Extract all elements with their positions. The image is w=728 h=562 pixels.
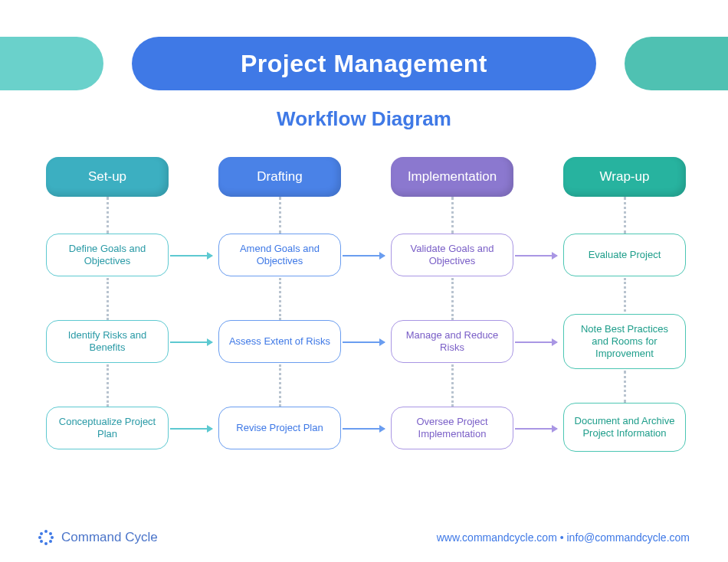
subtitle: Workflow Diagram: [0, 107, 728, 131]
step-label: Oversee Project Implementation: [401, 416, 503, 441]
vdot: [451, 197, 454, 234]
footer-website: www.commandcycle.com: [437, 531, 557, 544]
arrow: [170, 255, 212, 256]
step-impl-r3: Oversee Project Implementation: [391, 407, 513, 449]
step-label: Document and Archive Project Information: [573, 415, 676, 440]
brand: Command Cycle: [38, 530, 158, 545]
stage-label: Wrap-up: [600, 169, 650, 185]
header-title-pill: Project Management: [132, 37, 596, 90]
header-accent-left: [0, 37, 103, 90]
step-draft-r2: Assess Extent of Risks: [218, 320, 341, 363]
step-label: Evaluate Project: [589, 249, 661, 261]
vdot: [451, 278, 454, 320]
vdot: [279, 364, 281, 407]
step-wrap-r3: Document and Archive Project Information: [563, 403, 686, 452]
arrow: [343, 428, 385, 430]
step-wrap-r2: Note Best Practices and Rooms for Improv…: [563, 314, 686, 369]
header-accent-right: [625, 37, 728, 90]
step-label: Define Goals and Objectives: [56, 243, 159, 268]
brand-logo-icon: [38, 530, 54, 545]
vdot: [279, 197, 281, 234]
arrow: [515, 341, 557, 343]
step-wrap-r1: Evaluate Project: [563, 234, 686, 276]
step-setup-r1: Define Goals and Objectives: [46, 234, 169, 276]
arrow: [343, 255, 385, 256]
main-title: Project Management: [241, 50, 487, 78]
vdot: [279, 278, 281, 320]
step-label: Manage and Reduce Risks: [401, 329, 503, 355]
footer-sep: •: [557, 531, 567, 544]
vdot: [107, 197, 109, 234]
arrow: [170, 428, 212, 430]
arrow: [515, 255, 557, 256]
stage-head-drafting: Drafting: [218, 157, 341, 197]
vdot: [451, 364, 454, 407]
step-label: Revise Project Plan: [236, 422, 323, 434]
footer-contact: www.commandcycle.com • info@commandcycle…: [437, 531, 690, 544]
step-draft-r1: Amend Goals and Objectives: [218, 234, 341, 276]
stage-head-wrapup: Wrap-up: [563, 157, 686, 197]
step-setup-r3: Conceptualize Project Plan: [46, 407, 169, 449]
step-label: Identify Risks and Benefits: [56, 329, 159, 355]
vdot: [107, 364, 109, 407]
step-label: Amend Goals and Objectives: [228, 243, 331, 268]
stage-head-implementation: Implementation: [391, 157, 513, 197]
header-bar: Project Management: [0, 37, 728, 90]
arrow: [343, 341, 385, 343]
step-impl-r1: Validate Goals and Objectives: [391, 234, 513, 276]
step-impl-r2: Manage and Reduce Risks: [391, 320, 513, 363]
arrow: [170, 341, 212, 343]
stage-label: Drafting: [257, 169, 303, 185]
step-setup-r2: Identify Risks and Benefits: [46, 320, 169, 363]
vdot: [624, 278, 626, 316]
vdot: [624, 371, 626, 403]
step-label: Assess Extent of Risks: [229, 335, 330, 348]
brand-name: Command Cycle: [61, 530, 158, 545]
stage-label: Implementation: [408, 169, 497, 185]
vdot: [624, 197, 626, 234]
vdot: [107, 278, 109, 320]
footer-email: info@commandcycle.com: [567, 531, 690, 544]
arrow: [515, 428, 557, 430]
stage-head-setup: Set-up: [46, 157, 169, 197]
stage-label: Set-up: [88, 169, 126, 185]
step-label: Conceptualize Project Plan: [56, 416, 159, 441]
step-label: Validate Goals and Objectives: [401, 243, 503, 268]
step-label: Note Best Practices and Rooms for Improv…: [573, 323, 676, 361]
footer: Command Cycle www.commandcycle.com • inf…: [0, 530, 728, 545]
step-draft-r3: Revise Project Plan: [218, 407, 341, 449]
